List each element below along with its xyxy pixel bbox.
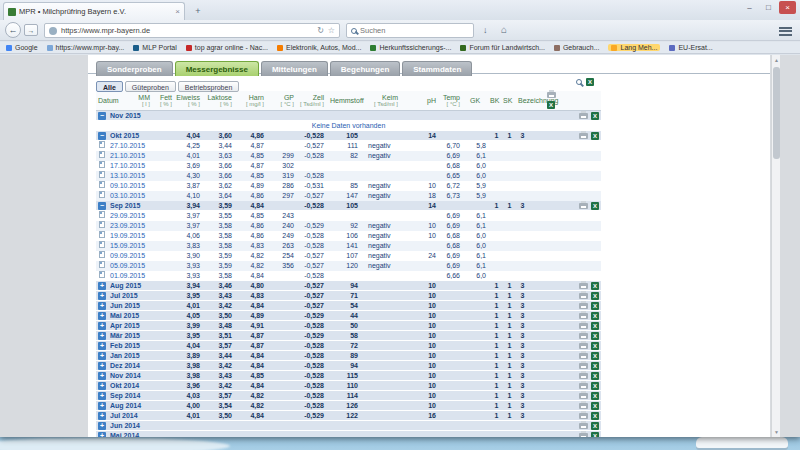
- sample-doc-icon[interactable]: [99, 221, 105, 228]
- month-row[interactable]: +Aug 20153,943,464,80-0,5279410113X: [96, 281, 601, 291]
- date-link[interactable]: 21.10.2015: [110, 152, 145, 159]
- print-icon[interactable]: [579, 423, 588, 429]
- vertical-scrollbar[interactable]: ▲ ▼: [771, 55, 780, 437]
- bookmark-item[interactable]: Herkunftssicherungs-...: [370, 44, 451, 51]
- sample-doc-icon[interactable]: [99, 141, 105, 148]
- month-row[interactable]: −Nov 2015X: [96, 111, 601, 121]
- bookmark-item[interactable]: Elektronik, Autos, Mod...: [277, 44, 361, 51]
- collapse-icon[interactable]: −: [98, 202, 106, 210]
- collapse-icon[interactable]: −: [98, 112, 106, 120]
- print-icon[interactable]: [579, 283, 588, 289]
- expand-icon[interactable]: +: [98, 292, 106, 300]
- sample-doc-icon[interactable]: [99, 251, 105, 258]
- month-row[interactable]: +Mai 20154,053,504,89-0,5294410113X: [96, 311, 601, 321]
- print-icon[interactable]: [579, 353, 588, 359]
- month-row[interactable]: +Mär 20153,953,514,87-0,5295810113X: [96, 331, 601, 341]
- excel-export-icon[interactable]: X: [591, 202, 599, 210]
- maximize-button[interactable]: □: [760, 1, 777, 14]
- excel-export-icon[interactable]: X: [591, 362, 599, 370]
- expand-icon[interactable]: +: [98, 412, 106, 420]
- excel-export-icon[interactable]: X: [591, 382, 599, 390]
- excel-export-icon[interactable]: X: [591, 292, 599, 300]
- excel-export-icon[interactable]: X: [591, 112, 599, 120]
- excel-export-icon[interactable]: X: [547, 101, 555, 109]
- excel-export-icon[interactable]: X: [591, 332, 599, 340]
- excel-export-icon[interactable]: X: [591, 132, 599, 140]
- expand-icon[interactable]: +: [98, 382, 106, 390]
- date-link[interactable]: 17.10.2015: [110, 162, 145, 169]
- browser-tab[interactable]: MPR • Milchprüfring Bayern e.V. ×: [3, 2, 185, 20]
- date-link[interactable]: 09.09.2015: [110, 252, 145, 259]
- sample-doc-icon[interactable]: [99, 261, 105, 268]
- print-icon[interactable]: [579, 403, 588, 409]
- tab-close-icon[interactable]: ×: [175, 7, 180, 16]
- url-text[interactable]: https://www.mpr-bayern.de: [61, 26, 313, 35]
- bookmark-item[interactable]: MLP Portal: [133, 44, 177, 51]
- print-icon[interactable]: [579, 433, 588, 437]
- reload-icon[interactable]: ↻: [317, 26, 324, 35]
- expand-icon[interactable]: +: [98, 402, 106, 410]
- excel-export-icon[interactable]: X: [591, 392, 599, 400]
- sample-doc-icon[interactable]: [99, 171, 105, 178]
- date-link[interactable]: 05.09.2015: [110, 262, 145, 269]
- filter-g-teproben[interactable]: Güteproben: [125, 81, 176, 92]
- print-icon[interactable]: [579, 393, 588, 399]
- sample-doc-icon[interactable]: [99, 241, 105, 248]
- excel-export-icon[interactable]: X: [591, 322, 599, 330]
- sample-doc-icon[interactable]: [99, 191, 105, 198]
- expand-icon[interactable]: +: [98, 322, 106, 330]
- sample-doc-icon[interactable]: [99, 271, 105, 278]
- expand-icon[interactable]: +: [98, 422, 106, 430]
- print-icon[interactable]: [579, 363, 588, 369]
- expand-icon[interactable]: +: [98, 352, 106, 360]
- month-row[interactable]: +Dez 20143,983,424,84-0,5289410113X: [96, 361, 601, 371]
- sample-doc-icon[interactable]: [99, 181, 105, 188]
- print-icon[interactable]: [579, 313, 588, 319]
- print-icon[interactable]: [579, 113, 588, 119]
- home-icon[interactable]: ⌂: [501, 24, 507, 35]
- date-link[interactable]: 29.09.2015: [110, 212, 145, 219]
- sample-doc-icon[interactable]: [99, 161, 105, 168]
- excel-export-icon[interactable]: X: [591, 422, 599, 430]
- print-icon[interactable]: [579, 323, 588, 329]
- scroll-up-icon[interactable]: ▲: [772, 55, 781, 65]
- menu-icon[interactable]: [779, 27, 792, 36]
- month-row[interactable]: +Nov 20143,983,434,85-0,52811510113X: [96, 371, 601, 381]
- expand-icon[interactable]: +: [98, 302, 106, 310]
- bookmark-star-icon[interactable]: ☆: [328, 26, 335, 35]
- bookmark-item[interactable]: top agrar online - Nac...: [186, 44, 268, 51]
- sample-doc-icon[interactable]: [99, 231, 105, 238]
- date-link[interactable]: 03.10.2015: [110, 192, 145, 199]
- date-link[interactable]: 13.10.2015: [110, 172, 145, 179]
- month-row[interactable]: −Sep 20153,943,594,84-0,52810514113X: [96, 201, 601, 211]
- table-search-icon[interactable]: [576, 79, 582, 85]
- excel-export-icon[interactable]: X: [591, 312, 599, 320]
- excel-export-icon[interactable]: X: [591, 282, 599, 290]
- filter-alle[interactable]: Alle: [96, 81, 123, 92]
- filter-betriebsproben[interactable]: Betriebsproben: [178, 81, 239, 92]
- collapse-icon[interactable]: −: [98, 132, 106, 140]
- date-link[interactable]: 19.09.2015: [110, 232, 145, 239]
- excel-export-icon[interactable]: X: [591, 402, 599, 410]
- month-row[interactable]: +Apr 20153,993,484,91-0,5285010113X: [96, 321, 601, 331]
- month-row[interactable]: +Okt 20143,963,424,84-0,52811010113X: [96, 381, 601, 391]
- new-tab-button[interactable]: +: [190, 5, 206, 18]
- date-link[interactable]: 09.10.2015: [110, 182, 145, 189]
- scroll-down-icon[interactable]: ▼: [772, 427, 781, 437]
- expand-icon[interactable]: +: [98, 312, 106, 320]
- expand-icon[interactable]: +: [98, 362, 106, 370]
- print-icon[interactable]: [579, 203, 588, 209]
- month-row[interactable]: +Jul 20144,013,504,84-0,52912216113X: [96, 411, 601, 421]
- month-row[interactable]: −Okt 20154,043,604,86-0,52810514113X: [96, 131, 601, 141]
- excel-export-icon[interactable]: X: [586, 78, 594, 86]
- expand-icon[interactable]: +: [98, 372, 106, 380]
- site-identity-icon[interactable]: [49, 27, 57, 35]
- scrollbar-thumb[interactable]: [773, 67, 780, 159]
- date-link[interactable]: 01.09.2015: [110, 272, 145, 279]
- date-link[interactable]: 27.10.2015: [110, 142, 145, 149]
- download-icon[interactable]: ↓: [483, 25, 488, 35]
- minimize-button[interactable]: –: [741, 1, 758, 14]
- month-row[interactable]: +Jun 2014X: [96, 421, 601, 431]
- month-row[interactable]: +Jul 20153,953,434,83-0,5277110113X: [96, 291, 601, 301]
- month-row[interactable]: +Feb 20154,043,574,87-0,5287210113X: [96, 341, 601, 351]
